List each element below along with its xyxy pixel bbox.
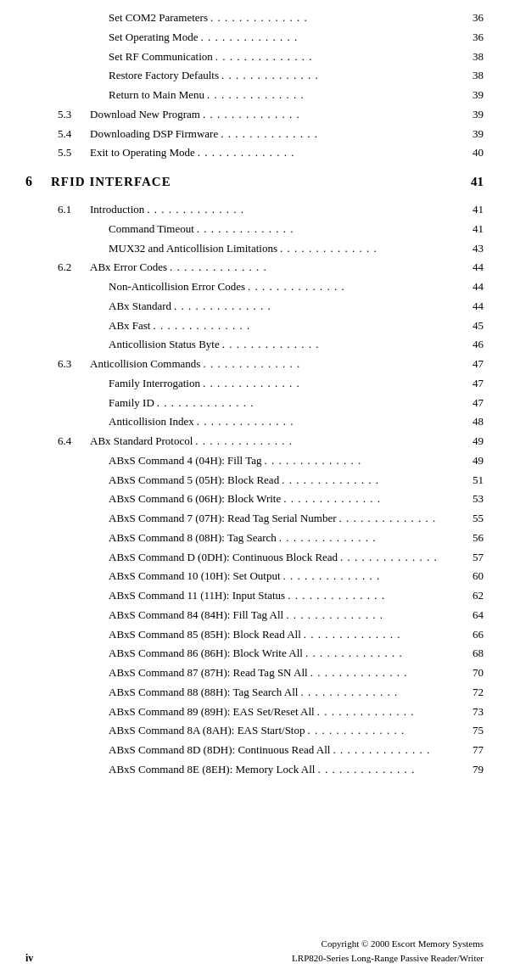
toc-page-num: 73 [462,703,484,722]
toc-page-num: 44 [462,297,484,316]
section6-rows: 6.1Introduction . . . . . . . . . . . . … [25,200,484,780]
toc-dots: . . . . . . . . . . . . . . [213,48,462,67]
toc-title: Set Operating Mode . . . . . . . . . . .… [109,28,462,48]
toc-title: Family ID . . . . . . . . . . . . . . [109,394,462,413]
toc-title-text: Download New Program [90,105,200,125]
toc-title: ABxS Command 85 (85H): Block Read All . … [109,625,462,645]
toc-title-text: Downloading DSP Firmware [90,125,218,144]
toc-title-text: ABxS Command 8 (08H): Tag Search [109,529,277,548]
toc-dots: . . . . . . . . . . . . . . [195,143,462,163]
toc-page-num: 40 [462,143,484,163]
toc-title-text: ABx Standard [109,297,171,316]
toc-dots: . . . . . . . . . . . . . . [220,335,462,355]
toc-dots: . . . . . . . . . . . . . . [200,374,462,394]
toc-page-num: 48 [462,412,484,432]
toc-section-num: 6.4 [58,432,90,451]
toc-dots: . . . . . . . . . . . . . . [338,548,462,568]
toc-dots: . . . . . . . . . . . . . . [301,625,462,645]
toc-row: Set RF Communication . . . . . . . . . .… [25,48,484,67]
toc-page-num: 43 [462,239,484,259]
toc-dots: . . . . . . . . . . . . . . [303,644,462,664]
toc-title-text: ABxS Command 85 (85H): Block Read All [109,625,301,645]
toc-title: ABxS Command 10 (10H): Set Output . . . … [109,567,462,586]
toc-title-text: ABxS Command 4 (04H): Fill Tag [109,451,262,471]
toc-title: Anticollision Status Byte . . . . . . . … [109,335,462,355]
toc-title: Downloading DSP Firmware . . . . . . . .… [90,125,462,144]
toc-title-text: Anticollision Index [109,412,194,432]
toc-title: ABxS Command 87 (87H): Read Tag SN All .… [109,664,462,683]
footer: iv Copyright © 2000 Escort Memory System… [0,937,509,965]
toc-dots: . . . . . . . . . . . . . . [154,394,462,413]
toc-title: Command Timeout . . . . . . . . . . . . … [109,220,462,239]
toc-dots: . . . . . . . . . . . . . . [308,664,462,683]
toc-row: ABxS Command 89 (89H): EAS Set/Reset All… [25,703,484,722]
toc-title-text: Introduction [90,200,144,220]
toc-dots: . . . . . . . . . . . . . . [219,66,462,86]
toc-title-text: Anticollision Commands [90,355,200,374]
toc-row: Return to Main Menu . . . . . . . . . . … [25,86,484,105]
toc-section-num: 6.1 [58,200,90,220]
toc-title-text: ABx Fast [109,316,150,336]
toc-row: ABxS Command 11 (11H): Input Status . . … [25,586,484,606]
toc-title: ABxS Command 11 (11H): Input Status . . … [109,586,462,606]
toc-row: Anticollision Status Byte . . . . . . . … [25,335,484,355]
toc-page-num: 44 [462,277,484,297]
toc-title-text: ABxS Command 6 (06H): Block Write [109,490,281,509]
toc-dots: . . . . . . . . . . . . . . [193,432,462,451]
toc-row: ABxS Command 8 (08H): Tag Search . . . .… [25,529,484,548]
toc-title: ABxS Command 8 (08H): Tag Search . . . .… [109,529,462,548]
section6-title: RFID Interface [51,169,462,194]
toc-dots: . . . . . . . . . . . . . . [194,220,462,239]
toc-title-text: Non-Anticollision Error Codes [109,277,245,297]
toc-title-text: Command Timeout [109,220,194,239]
toc-title-text: ABxS Command 8A (8AH): EAS Start/Stop [109,721,305,741]
toc-row: ABxS Command 85 (85H): Block Read All . … [25,625,484,645]
toc-title-text: Family Interrogation [109,374,200,394]
toc-dots: . . . . . . . . . . . . . . [281,567,462,586]
toc-page-num: 47 [462,394,484,413]
toc-title-text: ABxS Command 84 (84H): Fill Tag All [109,606,283,625]
toc-title: ABxS Command 89 (89H): EAS Set/Reset All… [109,703,462,722]
toc-title-text: Restore Factory Defaults [109,66,219,86]
toc-page-num: 46 [462,335,484,355]
section6-page: 41 [462,169,484,194]
toc-dots: . . . . . . . . . . . . . . [200,355,462,374]
toc-section-num: 5.3 [58,105,90,125]
toc-page-num: 39 [462,86,484,105]
toc-page-num: 44 [462,258,484,277]
toc-title: ABx Standard Protocol . . . . . . . . . … [90,432,462,451]
toc-row: ABxS Command 5 (05H): Block Read . . . .… [25,471,484,490]
toc-row: Command Timeout . . . . . . . . . . . . … [25,220,484,239]
toc-title: ABxS Command 8E (8EH): Memory Lock All .… [109,760,462,780]
toc-row: 5.5Exit to Operating Mode . . . . . . . … [25,143,484,163]
toc-title-text: ABxS Command 86 (86H): Block Write All [109,644,303,664]
toc-title-text: Set RF Communication [109,48,213,67]
toc-row: MUX32 and Anticollision Limitations . . … [25,239,484,259]
toc-title: Restore Factory Defaults . . . . . . . .… [109,66,462,86]
toc-title: ABxS Command D (0DH): Continuous Block R… [109,548,462,568]
toc-dots: . . . . . . . . . . . . . . [277,529,462,548]
toc-row: Family ID . . . . . . . . . . . . . . 47 [25,394,484,413]
toc-dots: . . . . . . . . . . . . . . [194,412,462,432]
toc-title: ABxS Command 4 (04H): Fill Tag . . . . .… [109,451,462,471]
toc-page-num: 60 [462,567,484,586]
toc-section-num: 5.5 [58,143,90,163]
toc-title-text: Return to Main Menu [109,86,204,105]
toc-dots: . . . . . . . . . . . . . . [298,683,462,703]
toc-title-text: ABxS Command 8D (8DH): Continuous Read A… [109,741,330,760]
toc-title: ABxS Command 6 (06H): Block Write . . . … [109,490,462,509]
toc-dots: . . . . . . . . . . . . . . [144,200,462,220]
toc-dots: . . . . . . . . . . . . . . [330,741,462,760]
toc-dots: . . . . . . . . . . . . . . [198,28,462,48]
toc-section-num: 6.3 [58,355,90,374]
toc-title: Non-Anticollision Error Codes . . . . . … [109,277,462,297]
toc-row: 5.4Downloading DSP Firmware . . . . . . … [25,125,484,144]
toc-title-text: Family ID [109,394,154,413]
toc-title: Anticollision Commands . . . . . . . . .… [90,355,462,374]
toc-row: ABxS Command 84 (84H): Fill Tag All . . … [25,606,484,625]
toc-dots: . . . . . . . . . . . . . . [337,509,462,529]
toc-title-text: ABxS Command 88 (88H): Tag Search All [109,683,298,703]
toc-row: 6.4ABx Standard Protocol . . . . . . . .… [25,432,484,451]
toc-dots: . . . . . . . . . . . . . . [200,105,462,125]
toc-page-num: 51 [462,471,484,490]
